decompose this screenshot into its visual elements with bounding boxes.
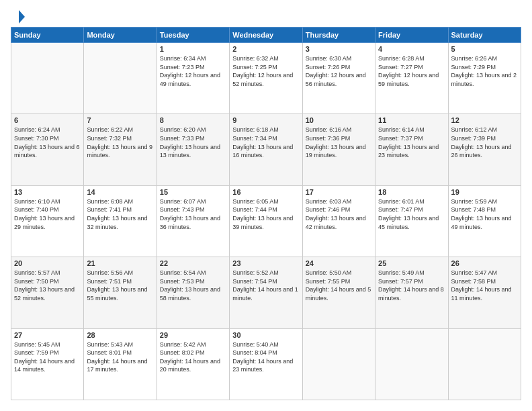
svg-marker-0 [19,10,25,24]
table-row: 11 Sunrise: 6:14 AMSunset: 7:37 PMDaylig… [375,114,448,185]
day-info: Sunrise: 6:14 AMSunset: 7:37 PMDaylight:… [378,126,445,159]
table-row [11,43,84,114]
col-monday: Monday [84,28,157,43]
day-number: 26 [451,259,518,267]
day-number: 30 [232,331,299,339]
day-info: Sunrise: 5:59 AMSunset: 7:48 PMDaylight:… [451,197,518,231]
table-row [448,328,521,400]
day-info: Sunrise: 6:01 AMSunset: 7:47 PMDaylight:… [378,197,445,231]
table-row: 23 Sunrise: 5:52 AMSunset: 7:54 PMDaylig… [230,257,302,328]
calendar-table: Sunday Monday Tuesday Wednesday Thursday… [11,27,521,400]
table-row [302,328,375,400]
day-info: Sunrise: 5:57 AMSunset: 7:50 PMDaylight:… [14,269,81,302]
col-sunday: Sunday [11,28,84,43]
table-row: 21 Sunrise: 5:56 AMSunset: 7:51 PMDaylig… [84,257,157,328]
table-row: 17 Sunrise: 6:03 AMSunset: 7:46 PMDaylig… [302,185,375,257]
table-row: 3 Sunrise: 6:30 AMSunset: 7:26 PMDayligh… [302,43,375,114]
table-row [375,328,448,400]
day-number: 5 [451,45,518,53]
table-row: 25 Sunrise: 5:49 AMSunset: 7:57 PMDaylig… [375,257,448,328]
day-info: Sunrise: 5:45 AMSunset: 7:59 PMDaylight:… [14,340,81,374]
day-number: 3 [306,45,372,53]
day-number: 15 [160,188,226,196]
table-row: 10 Sunrise: 6:16 AMSunset: 7:36 PMDaylig… [302,114,375,185]
table-row: 16 Sunrise: 6:05 AMSunset: 7:44 PMDaylig… [230,185,302,257]
day-number: 12 [451,116,518,124]
table-row: 28 Sunrise: 5:43 AMSunset: 8:01 PMDaylig… [84,328,157,400]
table-row: 14 Sunrise: 6:08 AMSunset: 7:41 PMDaylig… [84,185,157,257]
table-row: 6 Sunrise: 6:24 AMSunset: 7:30 PMDayligh… [11,114,84,185]
day-info: Sunrise: 5:42 AMSunset: 8:02 PMDaylight:… [160,340,226,374]
day-number: 21 [87,259,153,267]
day-number: 19 [451,188,518,196]
day-number: 16 [232,188,299,196]
header [11,11,521,20]
day-number: 24 [306,259,372,267]
table-row: 26 Sunrise: 5:47 AMSunset: 7:58 PMDaylig… [448,257,521,328]
day-number: 29 [160,331,226,339]
day-number: 17 [306,188,372,196]
day-number: 28 [87,331,153,339]
day-info: Sunrise: 6:26 AMSunset: 7:29 PMDaylight:… [451,54,518,88]
day-number: 11 [378,116,445,124]
table-row: 5 Sunrise: 6:26 AMSunset: 7:29 PMDayligh… [448,43,521,114]
table-row: 15 Sunrise: 6:07 AMSunset: 7:43 PMDaylig… [157,185,229,257]
day-info: Sunrise: 6:10 AMSunset: 7:40 PMDaylight:… [14,197,81,231]
table-row [84,43,157,114]
day-info: Sunrise: 5:43 AMSunset: 8:01 PMDaylight:… [87,340,153,374]
day-info: Sunrise: 6:22 AMSunset: 7:32 PMDaylight:… [87,126,153,159]
col-wednesday: Wednesday [230,28,302,43]
calendar-header-row: Sunday Monday Tuesday Wednesday Thursday… [11,28,521,43]
day-number: 1 [160,45,226,53]
table-row: 13 Sunrise: 6:10 AMSunset: 7:40 PMDaylig… [11,185,84,257]
page: Sunday Monday Tuesday Wednesday Thursday… [0,0,532,411]
day-info: Sunrise: 6:24 AMSunset: 7:30 PMDaylight:… [14,126,81,159]
table-row: 24 Sunrise: 5:50 AMSunset: 7:55 PMDaylig… [302,257,375,328]
day-number: 22 [160,259,226,267]
table-row: 9 Sunrise: 6:18 AMSunset: 7:34 PMDayligh… [230,114,302,185]
col-tuesday: Tuesday [157,28,229,43]
day-info: Sunrise: 5:49 AMSunset: 7:57 PMDaylight:… [378,269,445,302]
day-number: 14 [87,188,153,196]
day-info: Sunrise: 6:32 AMSunset: 7:25 PMDaylight:… [232,54,299,88]
day-info: Sunrise: 6:07 AMSunset: 7:43 PMDaylight:… [160,197,226,231]
day-info: Sunrise: 6:34 AMSunset: 7:23 PMDaylight:… [160,54,226,88]
col-friday: Friday [375,28,448,43]
table-row: 1 Sunrise: 6:34 AMSunset: 7:23 PMDayligh… [157,43,229,114]
day-info: Sunrise: 6:12 AMSunset: 7:39 PMDaylight:… [451,126,518,159]
table-row: 27 Sunrise: 5:45 AMSunset: 7:59 PMDaylig… [11,328,84,400]
day-info: Sunrise: 5:50 AMSunset: 7:55 PMDaylight:… [306,269,372,302]
day-info: Sunrise: 5:52 AMSunset: 7:54 PMDaylight:… [232,269,299,302]
day-number: 18 [378,188,445,196]
day-number: 27 [14,331,81,339]
day-info: Sunrise: 5:47 AMSunset: 7:58 PMDaylight:… [451,269,518,302]
day-number: 7 [87,116,153,124]
day-info: Sunrise: 6:30 AMSunset: 7:26 PMDaylight:… [306,54,372,88]
day-info: Sunrise: 6:20 AMSunset: 7:33 PMDaylight:… [160,126,226,159]
day-number: 25 [378,259,445,267]
table-row: 20 Sunrise: 5:57 AMSunset: 7:50 PMDaylig… [11,257,84,328]
day-number: 13 [14,188,81,196]
day-number: 8 [160,116,226,124]
logo [11,11,27,20]
table-row: 7 Sunrise: 6:22 AMSunset: 7:32 PMDayligh… [84,114,157,185]
table-row: 29 Sunrise: 5:42 AMSunset: 8:02 PMDaylig… [157,328,229,400]
day-number: 2 [232,45,299,53]
day-info: Sunrise: 5:40 AMSunset: 8:04 PMDaylight:… [232,340,299,374]
table-row: 8 Sunrise: 6:20 AMSunset: 7:33 PMDayligh… [157,114,229,185]
logo-flag-icon [11,9,26,24]
day-info: Sunrise: 6:03 AMSunset: 7:46 PMDaylight:… [306,197,372,231]
col-saturday: Saturday [448,28,521,43]
day-number: 6 [14,116,81,124]
logo-line [11,11,27,24]
day-number: 9 [232,116,299,124]
table-row: 4 Sunrise: 6:28 AMSunset: 7:27 PMDayligh… [375,43,448,114]
table-row: 30 Sunrise: 5:40 AMSunset: 8:04 PMDaylig… [230,328,302,400]
day-info: Sunrise: 6:18 AMSunset: 7:34 PMDaylight:… [232,126,299,159]
table-row: 12 Sunrise: 6:12 AMSunset: 7:39 PMDaylig… [448,114,521,185]
day-info: Sunrise: 5:54 AMSunset: 7:53 PMDaylight:… [160,269,226,302]
table-row: 18 Sunrise: 6:01 AMSunset: 7:47 PMDaylig… [375,185,448,257]
day-number: 23 [232,259,299,267]
day-number: 20 [14,259,81,267]
table-row: 19 Sunrise: 5:59 AMSunset: 7:48 PMDaylig… [448,185,521,257]
